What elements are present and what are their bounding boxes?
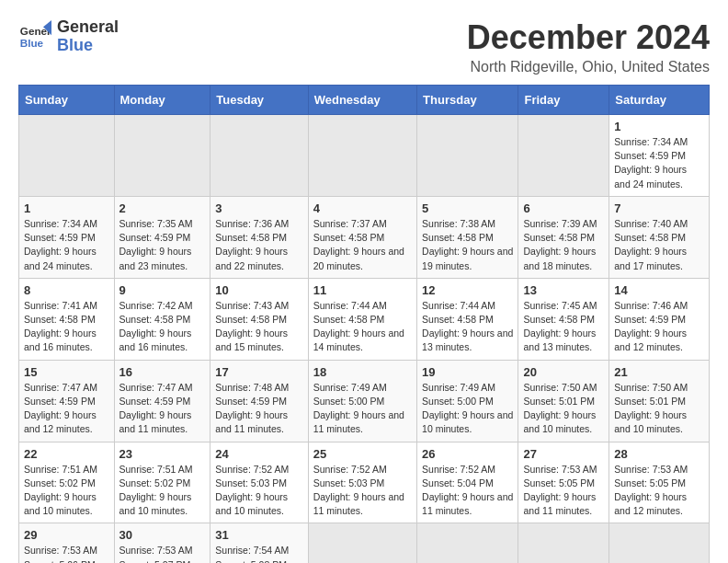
day-info: Sunrise: 7:45 AMSunset: 4:58 PMDaylight:… (523, 299, 604, 355)
day-number: 25 (313, 447, 412, 461)
day-cell: 8Sunrise: 7:41 AMSunset: 4:58 PMDaylight… (19, 278, 115, 360)
week-row-3: 8Sunrise: 7:41 AMSunset: 4:58 PMDaylight… (19, 278, 710, 360)
day-cell: 19Sunrise: 7:49 AMSunset: 5:00 PMDayligh… (417, 360, 518, 442)
day-info: Sunrise: 7:52 AMSunset: 5:03 PMDaylight:… (215, 463, 302, 519)
day-cell (19, 115, 115, 197)
day-cell: 11Sunrise: 7:44 AMSunset: 4:58 PMDayligh… (308, 278, 416, 360)
title-area: December 2024 North Ridgeville, Ohio, Un… (467, 18, 710, 75)
day-cell: 17Sunrise: 7:48 AMSunset: 4:59 PMDayligh… (210, 360, 308, 442)
day-cell: 25Sunrise: 7:52 AMSunset: 5:03 PMDayligh… (308, 442, 416, 523)
day-number: 27 (523, 447, 604, 461)
day-number: 22 (24, 447, 109, 461)
day-cell (308, 523, 416, 563)
calendar-table: SundayMondayTuesdayWednesdayThursdayFrid… (18, 85, 710, 563)
day-number: 8 (24, 283, 109, 297)
day-number: 4 (313, 201, 412, 215)
day-number: 20 (523, 365, 604, 379)
day-cell: 16Sunrise: 7:47 AMSunset: 4:59 PMDayligh… (114, 360, 210, 442)
logo-text: General Blue (57, 18, 119, 55)
header-cell-thursday: Thursday (417, 86, 518, 115)
day-info: Sunrise: 7:47 AMSunset: 4:59 PMDaylight:… (24, 381, 109, 437)
header-cell-sunday: Sunday (19, 86, 115, 115)
day-number: 5 (422, 201, 513, 215)
day-cell: 31Sunrise: 7:54 AMSunset: 5:08 PMDayligh… (210, 523, 308, 563)
day-number: 15 (24, 365, 109, 379)
day-cell (417, 115, 518, 197)
day-info: Sunrise: 7:53 AMSunset: 5:06 PMDaylight:… (24, 544, 109, 563)
day-cell (518, 523, 609, 563)
day-cell: 26Sunrise: 7:52 AMSunset: 5:04 PMDayligh… (417, 442, 518, 523)
header-cell-friday: Friday (518, 86, 609, 115)
day-number: 13 (523, 283, 604, 297)
week-row-5: 22Sunrise: 7:51 AMSunset: 5:02 PMDayligh… (19, 442, 710, 523)
week-row-4: 15Sunrise: 7:47 AMSunset: 4:59 PMDayligh… (19, 360, 710, 442)
day-number: 7 (614, 201, 704, 215)
day-cell: 3Sunrise: 7:36 AMSunset: 4:58 PMDaylight… (210, 196, 308, 278)
header-cell-wednesday: Wednesday (308, 86, 416, 115)
week-row-2: 1Sunrise: 7:34 AMSunset: 4:59 PMDaylight… (19, 196, 710, 278)
day-info: Sunrise: 7:53 AMSunset: 5:05 PMDaylight:… (523, 463, 604, 519)
day-cell: 7Sunrise: 7:40 AMSunset: 4:58 PMDaylight… (609, 196, 710, 278)
subtitle: North Ridgeville, Ohio, United States (467, 59, 710, 75)
day-number: 12 (422, 283, 513, 297)
day-cell (518, 115, 609, 197)
day-number: 3 (215, 201, 302, 215)
day-cell: 24Sunrise: 7:52 AMSunset: 5:03 PMDayligh… (210, 442, 308, 523)
header-cell-tuesday: Tuesday (210, 86, 308, 115)
day-info: Sunrise: 7:42 AMSunset: 4:58 PMDaylight:… (119, 299, 206, 355)
day-number: 31 (215, 528, 302, 542)
day-number: 18 (313, 365, 412, 379)
svg-text:Blue: Blue (20, 37, 44, 49)
day-cell: 27Sunrise: 7:53 AMSunset: 5:05 PMDayligh… (518, 442, 609, 523)
day-info: Sunrise: 7:50 AMSunset: 5:01 PMDaylight:… (523, 381, 604, 437)
day-info: Sunrise: 7:37 AMSunset: 4:58 PMDaylight:… (313, 217, 412, 273)
day-info: Sunrise: 7:35 AMSunset: 4:59 PMDaylight:… (119, 217, 206, 273)
header-cell-saturday: Saturday (609, 86, 710, 115)
day-info: Sunrise: 7:36 AMSunset: 4:58 PMDaylight:… (215, 217, 302, 273)
day-info: Sunrise: 7:49 AMSunset: 5:00 PMDaylight:… (313, 381, 412, 437)
day-info: Sunrise: 7:51 AMSunset: 5:02 PMDaylight:… (24, 463, 109, 519)
day-cell: 21Sunrise: 7:50 AMSunset: 5:01 PMDayligh… (609, 360, 710, 442)
day-cell (114, 115, 210, 197)
day-info: Sunrise: 7:54 AMSunset: 5:08 PMDaylight:… (215, 544, 302, 563)
header-row: SundayMondayTuesdayWednesdayThursdayFrid… (19, 86, 710, 115)
day-info: Sunrise: 7:43 AMSunset: 4:58 PMDaylight:… (215, 299, 302, 355)
day-info: Sunrise: 7:46 AMSunset: 4:59 PMDaylight:… (614, 299, 704, 355)
day-cell: 2Sunrise: 7:35 AMSunset: 4:59 PMDaylight… (114, 196, 210, 278)
logo-icon: General Blue (18, 20, 51, 53)
day-info: Sunrise: 7:41 AMSunset: 4:58 PMDaylight:… (24, 299, 109, 355)
week-row-1: 1Sunrise: 7:34 AMSunset: 4:59 PMDaylight… (19, 115, 710, 197)
day-number: 9 (119, 283, 206, 297)
day-cell: 29Sunrise: 7:53 AMSunset: 5:06 PMDayligh… (19, 523, 115, 563)
day-cell: 18Sunrise: 7:49 AMSunset: 5:00 PMDayligh… (308, 360, 416, 442)
day-info: Sunrise: 7:49 AMSunset: 5:00 PMDaylight:… (422, 381, 513, 437)
day-cell: 15Sunrise: 7:47 AMSunset: 4:59 PMDayligh… (19, 360, 115, 442)
day-number: 16 (119, 365, 206, 379)
main-title: December 2024 (467, 18, 710, 57)
day-number: 30 (119, 528, 206, 542)
day-number: 21 (614, 365, 704, 379)
day-cell (417, 523, 518, 563)
day-number: 24 (215, 447, 302, 461)
day-info: Sunrise: 7:48 AMSunset: 4:59 PMDaylight:… (215, 381, 302, 437)
day-info: Sunrise: 7:53 AMSunset: 5:07 PMDaylight:… (119, 544, 206, 563)
day-cell: 12Sunrise: 7:44 AMSunset: 4:58 PMDayligh… (417, 278, 518, 360)
day-cell (308, 115, 416, 197)
day-number: 10 (215, 283, 302, 297)
day-info: Sunrise: 7:38 AMSunset: 4:58 PMDaylight:… (422, 217, 513, 273)
day-number: 6 (523, 201, 604, 215)
day-cell: 13Sunrise: 7:45 AMSunset: 4:58 PMDayligh… (518, 278, 609, 360)
day-cell: 1Sunrise: 7:34 AMSunset: 4:59 PMDaylight… (609, 115, 710, 197)
day-number: 2 (119, 201, 206, 215)
day-info: Sunrise: 7:40 AMSunset: 4:58 PMDaylight:… (614, 217, 704, 273)
day-info: Sunrise: 7:34 AMSunset: 4:59 PMDaylight:… (24, 217, 109, 273)
day-number: 1 (24, 201, 109, 215)
day-number: 19 (422, 365, 513, 379)
day-info: Sunrise: 7:51 AMSunset: 5:02 PMDaylight:… (119, 463, 206, 519)
day-info: Sunrise: 7:34 AMSunset: 4:59 PMDaylight:… (614, 135, 704, 191)
day-cell: 22Sunrise: 7:51 AMSunset: 5:02 PMDayligh… (19, 442, 115, 523)
day-number: 23 (119, 447, 206, 461)
day-info: Sunrise: 7:53 AMSunset: 5:05 PMDaylight:… (614, 463, 704, 519)
day-number: 14 (614, 283, 704, 297)
day-info: Sunrise: 7:52 AMSunset: 5:04 PMDaylight:… (422, 463, 513, 519)
